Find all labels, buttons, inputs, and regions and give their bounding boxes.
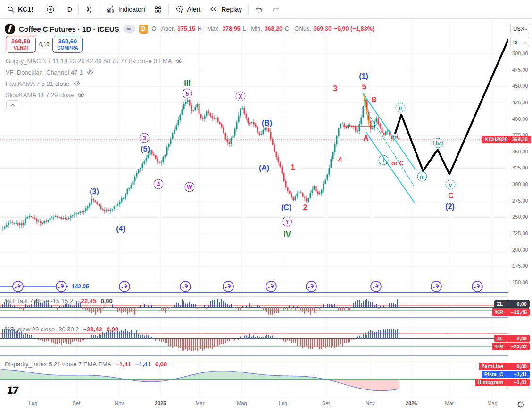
wave-label-c[interactable]: (C) (281, 204, 291, 211)
time-axis-settings-icon[interactable] (516, 400, 525, 409)
indicator-legend-text: VF_Donchian_Channel 47 1 (6, 69, 83, 76)
wave-label-x[interactable]: X (236, 92, 246, 101)
buy-price: 369,60 (53, 38, 82, 45)
wave-label-1[interactable]: 1 (291, 164, 295, 171)
ohlc-values: O - Aper. 375,15 H - Max. 378,95 L - Min… (152, 25, 374, 32)
wave-label-iii[interactable]: iii (417, 172, 427, 182)
price-tick-label: 250,00 (512, 214, 528, 220)
sell-price: 369,50 (6, 38, 35, 45)
time-tick-label: Nov (366, 400, 375, 406)
currency-selector[interactable]: USX⌄ (510, 24, 529, 34)
open-value: 375,15 (177, 25, 195, 32)
level-line-label[interactable]: 142.05 (72, 283, 89, 290)
wave-label-3[interactable]: 3 (333, 85, 338, 93)
time-axis[interactable]: LugSetNov2025MarMagLugSetNov2026MarMag (0, 397, 532, 414)
disparity-pane-title[interactable]: Disparity_Index 5 21 close 7 EMA EMA −1,… (5, 361, 167, 368)
unit-selector[interactable]: lb⌄ (510, 37, 529, 47)
indicator-legend-row[interactable]: SlowKAMA 11 7 29 close (6, 89, 183, 101)
wave-label-5[interactable]: 5 (183, 89, 192, 99)
pane-separator[interactable] (0, 325, 532, 325)
wave-label-4[interactable]: 4 (338, 156, 342, 164)
pane-separator[interactable] (0, 296, 532, 297)
indicator-legend-row[interactable]: FastKAMA 7 5 21 close (6, 78, 183, 89)
wave-label-4[interactable]: 4 (154, 179, 164, 189)
r-slow-zero: 0,00 (107, 326, 118, 333)
indicator-legend-text: FastKAMA 7 5 21 close (6, 80, 69, 87)
tradingview-app: { "toolbar":{ "symbol":"KC1!","interval"… (0, 0, 532, 414)
price-tick-label: 275,00 (512, 198, 528, 203)
wave-label-5[interactable]: 5 (362, 83, 366, 91)
r-fast-zero: 0,00 (100, 297, 112, 304)
indicator-legend-row[interactable]: VF_Donchian_Channel 47 1 (6, 67, 183, 78)
wave-label-ii[interactable]: ii (396, 103, 406, 113)
chart-layer: Coffee C Futures · 1D · ICEUS D O - Aper… (0, 0, 532, 414)
close-label: C - Chius. (285, 25, 311, 32)
indicator-legend-text: Guppy_MAC 3 7 11 18 23 29 42 49 58 70 77… (6, 58, 172, 65)
legend-collapse-button[interactable] (6, 100, 19, 110)
axis-value-badge-histogram: Histogram−1,41 (475, 379, 530, 386)
wave-label-3[interactable]: 3 (140, 133, 150, 143)
eye-hidden-icon[interactable] (86, 68, 94, 76)
market-status-pill[interactable] (123, 25, 135, 33)
wave-label-c[interactable]: C (448, 192, 454, 200)
wave-label-a[interactable]: A (363, 135, 369, 142)
eye-hidden-icon[interactable] (77, 91, 85, 99)
price-tick-label: 150,00 (512, 279, 528, 285)
high-label: H - Max. (198, 25, 220, 32)
wave-label-w[interactable]: W (185, 182, 195, 192)
wave-label-a[interactable]: (A) (259, 164, 269, 172)
interval-badge[interactable]: D (139, 25, 148, 34)
wave-label-y[interactable]: Y (283, 217, 292, 227)
chevron-down-icon: ⌄ (523, 40, 526, 44)
axis-value-badge-%r: %R−22,45 (492, 308, 530, 316)
pane-separator[interactable] (0, 359, 532, 359)
currency-value: USX (513, 26, 524, 32)
sell-label: VENDI (6, 45, 35, 51)
wave-label-b[interactable]: (B) (262, 119, 272, 127)
wave-label-v[interactable]: v (446, 180, 456, 190)
disparity-value-1: −1,41 (116, 361, 131, 368)
sell-button[interactable]: 369,50 VENDI (6, 36, 36, 53)
wave-label-iii[interactable]: III (184, 80, 190, 87)
disparity-value-2: −1,41 (135, 361, 151, 368)
price-tick-label: 325,00 (512, 165, 528, 170)
time-axis-border (0, 397, 532, 397)
symbol-title[interactable]: Coffee C Futures · 1D · ICEUS (19, 25, 119, 33)
instrument-logo (5, 24, 15, 34)
wave-label-b[interactable]: B (371, 96, 377, 104)
wave-label-1[interactable]: (1) (359, 73, 368, 80)
price-tick-label: 475,00 (512, 67, 528, 73)
wave-label-orc[interactable]: or C (391, 160, 404, 166)
price-axis-border (508, 19, 508, 414)
wave-label-iv[interactable]: IV (283, 231, 291, 238)
price-tick-label: 350,00 (512, 149, 528, 154)
time-tick-label: Mar (445, 400, 454, 406)
wave-label-i[interactable]: i (379, 155, 389, 165)
wave-label-4[interactable]: (4) (116, 225, 125, 233)
eye-hidden-icon[interactable] (175, 57, 183, 65)
wave-label-5[interactable]: (5) (141, 145, 150, 153)
eye-hidden-icon[interactable] (73, 80, 81, 87)
high-value: 378,95 (222, 25, 240, 32)
tradingview-logo[interactable]: 17 (6, 385, 18, 396)
wave-label-2[interactable]: (2) (445, 203, 455, 211)
time-tick-label: Lug (29, 400, 37, 406)
wave-label-2[interactable]: 2 (303, 204, 308, 211)
wave-label-iv[interactable]: iv (433, 138, 443, 148)
change-value: −6,90 (−1,83%) (334, 25, 374, 32)
r-slow-value: −23,42 (83, 326, 102, 333)
contract-price-label: KCH2026 (482, 136, 510, 143)
r-slow-pane-title[interactable]: %R_slow 29 close -30 30 2 −23,42 0,00 (5, 326, 118, 333)
wave-label-3[interactable]: (3) (90, 188, 99, 195)
indicator-legend: Guppy_MAC 3 7 11 18 23 29 42 49 58 70 77… (6, 55, 183, 101)
price-tick-label: 300,00 (512, 181, 528, 187)
r-fast-title: %R_fast 7 close -15 15 2 (5, 297, 73, 304)
buy-button[interactable]: 369,60 COMPRA (52, 36, 83, 53)
open-label: O - Aper. (152, 25, 175, 32)
price-tick-label: 450,00 (512, 83, 528, 89)
r-fast-pane-title[interactable]: %R_fast 7 close -15 15 2 −22,45 0,00 (5, 297, 113, 304)
low-label: L - Min. (243, 25, 262, 32)
indicator-legend-row[interactable]: Guppy_MAC 3 7 11 18 23 29 42 49 58 70 77… (6, 55, 183, 67)
time-tick-label: Mag (487, 400, 497, 406)
price-tick-label: 175,00 (512, 263, 528, 269)
